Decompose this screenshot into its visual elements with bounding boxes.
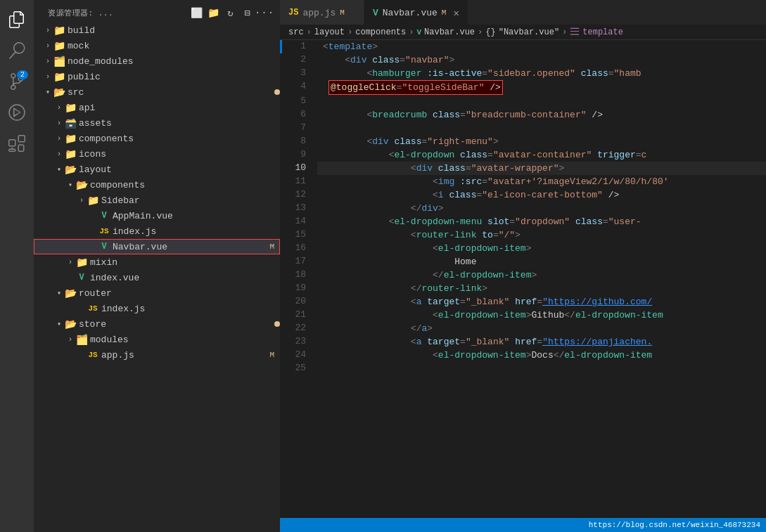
code-line-5: 5	[280, 95, 766, 108]
code-line-17: 17 Home	[280, 255, 766, 268]
line-content-17: Home	[317, 255, 766, 268]
code-line-24: 24 <el-dropdown-item>Docs</el-dropdown-i…	[280, 349, 766, 362]
store-modified-dot	[274, 321, 280, 327]
line-num-4: 4	[282, 80, 317, 95]
line-content-15: <router-link to="/">	[317, 228, 766, 242]
folder-icon-api: 📁	[65, 102, 76, 113]
tree-item-layout[interactable]: 📂 layout	[34, 162, 280, 177]
line-content-11: <img :src="avatar+'?imageView2/1/w/80/h/…	[317, 175, 766, 188]
line-num-22: 22	[282, 322, 317, 335]
item-label-router-index-js: index.js	[101, 304, 280, 314]
item-label-icons: icons	[79, 149, 280, 160]
tab-app-js[interactable]: JS app.js M	[280, 0, 364, 25]
item-label-modules: modules	[90, 335, 280, 345]
line-num-11: 11	[282, 175, 317, 188]
src-modified-dot	[274, 89, 280, 95]
line-content-9: <el-dropdown class="avatar-container" tr…	[317, 148, 766, 162]
line-content-6: <breadcrumb class="breadcrumb-container"…	[317, 108, 766, 122]
tree-item-public[interactable]: 📁 public	[34, 69, 280, 84]
new-folder-icon[interactable]: 📁	[207, 6, 221, 20]
status-url: https://blog.csdn.net/weixin_46873234	[589, 521, 760, 529]
vue-icon-appmain: V	[98, 210, 110, 221]
line-content-23: <a target="_blank" href="https://panjiac…	[317, 335, 766, 349]
breadcrumb-src: src	[288, 27, 304, 37]
tab-navbar-vue[interactable]: V Navbar.vue M ✕	[364, 0, 468, 25]
item-label-layout-components: components	[90, 180, 280, 190]
line-num-6: 6	[282, 108, 317, 122]
chevron-icons	[53, 148, 65, 160]
breadcrumb-navbar-name: "Navbar.vue"	[499, 27, 559, 37]
bc-sep-4: ›	[478, 27, 483, 37]
run-icon[interactable]	[3, 98, 31, 126]
tree-item-layout-components[interactable]: 📂 components	[34, 177, 280, 193]
tree-item-navbar-vue[interactable]: V Navbar.vue M	[34, 239, 280, 254]
tree-item-router[interactable]: 📂 router	[34, 285, 280, 301]
svg-point-0	[9, 105, 25, 120]
bc-vue-icon: V	[416, 28, 421, 37]
chevron-assets	[53, 117, 65, 129]
bc-sep-2: ›	[347, 27, 352, 37]
sidebar: 资源管理器: ... ⬜ 📁 ↻ ⊟ ··· 📁 build 📁 mock 🗂️…	[34, 0, 280, 532]
js-icon-index: JS	[98, 226, 110, 237]
tree-item-index-js[interactable]: JS index.js	[34, 223, 280, 239]
tree-item-api[interactable]: 📁 api	[34, 100, 280, 115]
tree-item-modules[interactable]: 🗂️ modules	[34, 332, 280, 347]
tree-item-index-vue[interactable]: V index.vue	[34, 270, 280, 285]
tree-item-sidebar-folder[interactable]: 📁 Sidebar	[34, 193, 280, 208]
bc-sep-5: ›	[562, 27, 567, 37]
breadcrumb-template: template	[582, 27, 623, 37]
tree-item-components[interactable]: 📁 components	[34, 131, 280, 146]
line-content-4: @toggleClick="toggleSideBar" />	[317, 80, 766, 95]
code-line-16: 16 <el-dropdown-item>	[280, 242, 766, 255]
new-file-icon[interactable]: ⬜	[190, 6, 204, 20]
refresh-icon[interactable]: ↻	[224, 6, 238, 20]
tree-item-mock[interactable]: 📁 mock	[34, 38, 280, 53]
line-num-25: 25	[282, 362, 317, 375]
status-bar: https://blog.csdn.net/weixin_46873234	[280, 518, 766, 532]
tree-item-router-index-js[interactable]: JS index.js	[34, 301, 280, 316]
tree-item-icons[interactable]: 📁 icons	[34, 146, 280, 162]
tree-item-src[interactable]: 📂 src	[34, 84, 280, 100]
tab-label-navbar-vue: Navbar.vue	[383, 8, 438, 18]
collapse-icon[interactable]: ⊟	[241, 6, 255, 20]
more-actions-icon[interactable]: ···	[257, 6, 272, 20]
extensions-icon[interactable]	[3, 129, 31, 157]
line-content-2: <div class="navbar">	[317, 53, 766, 67]
line-content-25	[317, 362, 766, 375]
item-label-mock: mock	[68, 41, 280, 51]
line-num-2: 2	[282, 53, 317, 67]
code-line-20: 20 <a target="_blank" href="https://gith…	[280, 295, 766, 309]
tree-item-appmain-vue[interactable]: V AppMain.vue	[34, 208, 280, 223]
source-control-badge: 2	[17, 70, 28, 79]
tab-close-button[interactable]: ✕	[453, 7, 459, 19]
search-icon[interactable]	[3, 37, 31, 65]
folder-icon-mock: 📁	[53, 40, 65, 51]
item-label-node-modules: node_modules	[68, 56, 280, 67]
chevron-build	[42, 25, 53, 36]
code-line-12: 12 <i class="el-icon-caret-bottom" />	[280, 188, 766, 202]
folder-icon-modules: 🗂️	[76, 334, 87, 345]
tree-item-node-modules[interactable]: 🗂️ node_modules	[34, 53, 280, 69]
item-label-store-app-js: app.js	[101, 350, 269, 361]
tree-item-store-app-js[interactable]: JS app.js M	[34, 347, 280, 363]
tree-item-mixin[interactable]: 📁 mixin	[34, 254, 280, 270]
tab-app-js-modified: M	[340, 8, 345, 17]
files-icon[interactable]	[3, 6, 31, 34]
line-content-12: <i class="el-icon-caret-bottom" />	[317, 188, 766, 202]
chevron-router	[53, 287, 65, 299]
tree-item-assets[interactable]: 🗃️ assets	[34, 115, 280, 131]
folder-icon-router: 📂	[65, 287, 76, 299]
tree-item-build[interactable]: 📁 build	[34, 22, 280, 38]
code-line-3: 3 <hamburger :is-active="sidebar.opened"…	[280, 67, 766, 80]
code-editor[interactable]: 1 <template> 2 <div class="navbar"> 3 <h…	[280, 40, 766, 518]
item-label-layout: layout	[79, 164, 280, 175]
source-control-icon[interactable]: 2	[3, 67, 31, 96]
item-label-navbar: Navbar.vue	[113, 242, 269, 252]
line-num-19: 19	[282, 282, 317, 295]
breadcrumb-navbar-vue: Navbar.vue	[424, 27, 475, 37]
line-content-3: <hamburger :is-active="sidebar.opened" c…	[317, 67, 766, 80]
chevron-api	[53, 102, 65, 113]
tree-item-store[interactable]: 📂 store	[34, 316, 280, 332]
chevron-node-modules	[42, 56, 53, 67]
line-content-24: <el-dropdown-item>Docs</el-dropdown-item	[317, 349, 766, 362]
